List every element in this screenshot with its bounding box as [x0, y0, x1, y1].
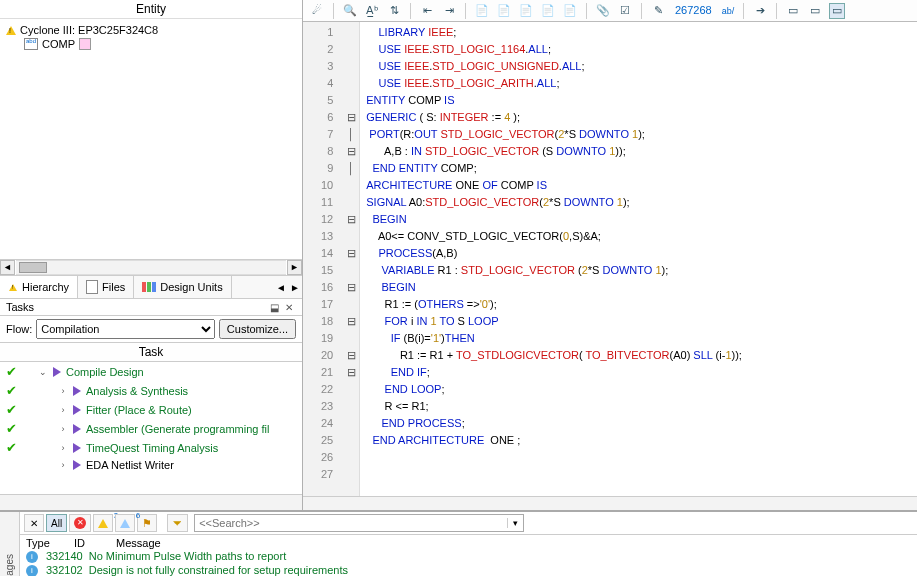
check-icon: ✔ [4, 421, 18, 436]
tb-attach-icon[interactable]: 📎 [595, 3, 611, 19]
tab-files[interactable]: Files [78, 276, 134, 298]
tb-cursor-icon[interactable]: ☄ [309, 3, 325, 19]
filter-warning-button[interactable]: 3 [93, 514, 113, 532]
entity-device-row[interactable]: Cyclone III: EP3C25F324C8 [6, 23, 296, 37]
tb-doc-up-icon[interactable]: 📄 [518, 3, 534, 19]
play-icon [73, 443, 81, 453]
tab-design-units[interactable]: Design Units [134, 276, 231, 298]
scroll-right-icon[interactable]: ► [287, 260, 302, 275]
tasks-title: Tasks [6, 301, 34, 313]
task-label: Assembler (Generate programming fil [86, 423, 269, 435]
tab-hierarchy[interactable]: Hierarchy [0, 276, 78, 298]
tb-doc2-icon[interactable]: 📄 [496, 3, 512, 19]
flow-select[interactable]: Compilation [36, 319, 215, 339]
warning-icon [9, 283, 17, 290]
task-label: Analysis & Synthesis [86, 385, 188, 397]
task-row[interactable]: ✔›TimeQuest Timing Analysis [0, 438, 302, 457]
entity-comp-label: COMP [42, 38, 75, 50]
tb-mark-icon[interactable]: ☑ [617, 3, 633, 19]
message-table: Type ID Message i332140 No Minimum Pulse… [20, 535, 917, 576]
task-table: Task ✔⌄Compile Design✔›Analysis & Synthe… [0, 343, 302, 494]
tb-ab-icon[interactable]: ab/ [721, 3, 736, 19]
caret-icon[interactable]: ⌄ [38, 367, 48, 377]
search-dropdown-icon[interactable]: ▾ [507, 518, 523, 528]
task-label: TimeQuest Timing Analysis [86, 442, 218, 454]
code-editor[interactable]: 1234567891011121314151617181920212223242… [303, 22, 917, 496]
task-row[interactable]: ✔›Assembler (Generate programming fil [0, 419, 302, 438]
caret-icon[interactable]: › [58, 405, 68, 415]
editor-hscroll[interactable] [303, 496, 917, 510]
caret-icon[interactable]: › [58, 460, 68, 470]
customize-button[interactable]: Customize... [219, 319, 296, 339]
file-icon [86, 280, 98, 294]
left-tabs: Hierarchy Files Design Units ◄ ► [0, 275, 302, 299]
check-icon: ✔ [4, 383, 18, 398]
scroll-left-icon[interactable]: ◄ [0, 260, 15, 275]
pin-icon[interactable]: ⬓ [267, 302, 282, 313]
tb-goto-icon[interactable]: ⇅ [386, 3, 402, 19]
tb-replace-icon[interactable]: A̲ᵇ [364, 3, 380, 19]
code-lines[interactable]: LIBRARY IEEE; USE IEEE.STD_LOGIC_1164.AL… [360, 22, 748, 496]
task-row[interactable]: ✔›Analysis & Synthesis [0, 381, 302, 400]
tb-view2-icon[interactable]: ▭ [807, 3, 823, 19]
info-icon: i [26, 565, 38, 576]
tb-line-frac: 267268 [672, 3, 715, 19]
filter-all-button[interactable]: All [46, 514, 67, 532]
task-label: Compile Design [66, 366, 144, 378]
messages-side-tab[interactable]: ages [0, 512, 20, 576]
filter-funnel-button[interactable]: ⏷ [167, 514, 188, 532]
tb-indent-icon[interactable]: ⇥ [441, 3, 457, 19]
warning-icon [6, 26, 16, 35]
tb-view1-icon[interactable]: ▭ [785, 3, 801, 19]
tabs-nav-left-icon[interactable]: ◄ [274, 282, 288, 293]
tabs-nav-right-icon[interactable]: ► [288, 282, 302, 293]
info-icon: i [26, 551, 38, 563]
task-row[interactable]: ✔⌄Compile Design [0, 362, 302, 381]
tb-edit-icon[interactable]: ✎ [650, 3, 666, 19]
tb-doc-del-icon[interactable]: 📄 [540, 3, 556, 19]
entity-hscroll[interactable]: ◄ ► [0, 259, 302, 275]
entity-panel-title: Entity [0, 0, 302, 19]
tb-doc1-icon[interactable]: 📄 [474, 3, 490, 19]
caret-icon[interactable]: › [58, 443, 68, 453]
fold-column[interactable]: ⊟│⊟│ ⊟ ⊟ ⊟ ⊟ ⊟⊟ [343, 22, 359, 485]
design-units-icon [142, 282, 156, 292]
tb-outdent-icon[interactable]: ⇤ [419, 3, 435, 19]
filter-flag-button[interactable]: ⚑ [137, 514, 157, 532]
caret-icon[interactable]: › [58, 424, 68, 434]
play-icon [73, 386, 81, 396]
scroll-thumb[interactable] [19, 262, 47, 273]
message-search-input[interactable] [195, 517, 507, 529]
message-filters: ✕ All ✕ 3 6 ⚑ ⏷ ▾ [20, 512, 917, 535]
message-row[interactable]: i332102 Design is not fully constrained … [26, 563, 911, 576]
flow-label: Flow: [6, 323, 32, 335]
tasks-hscroll[interactable] [0, 494, 302, 510]
check-icon: ✔ [4, 364, 18, 379]
tb-doc-add-icon[interactable]: 📄 [562, 3, 578, 19]
entity-comp-row[interactable]: abd COMP [6, 37, 296, 51]
pin-icon [79, 38, 91, 50]
play-icon [73, 424, 81, 434]
tasks-header: Tasks ⬓ ✕ [0, 299, 302, 316]
col-id: ID [74, 537, 114, 549]
filter-info-button[interactable]: 6 [115, 514, 135, 532]
tb-view3-icon[interactable]: ▭ [829, 3, 845, 19]
abd-icon: abd [24, 38, 38, 50]
check-icon: ✔ [4, 440, 18, 455]
editor-toolbar: ☄ 🔍 A̲ᵇ ⇅ ⇤ ⇥ 📄 📄 📄 📄 📄 📎 ☑ ✎ 267268 ab/… [303, 0, 917, 22]
tb-run-icon[interactable]: ➔ [752, 3, 768, 19]
message-search[interactable]: ▾ [194, 514, 524, 532]
close-icon[interactable]: ✕ [282, 302, 296, 313]
task-row[interactable]: ›EDA Netlist Writer [0, 457, 302, 473]
line-numbers: 1234567891011121314151617181920212223242… [303, 22, 343, 485]
tab-design-units-label: Design Units [160, 281, 222, 293]
message-row[interactable]: i332140 No Minimum Pulse Width paths to … [26, 549, 911, 563]
filter-error-button[interactable]: ✕ [69, 514, 91, 532]
task-row[interactable]: ✔›Fitter (Place & Route) [0, 400, 302, 419]
filter-close-icon[interactable]: ✕ [24, 514, 44, 532]
tb-find-icon[interactable]: 🔍 [342, 3, 358, 19]
task-label: Fitter (Place & Route) [86, 404, 192, 416]
caret-icon[interactable]: › [58, 386, 68, 396]
check-icon: ✔ [4, 402, 18, 417]
scroll-track[interactable] [16, 260, 286, 275]
